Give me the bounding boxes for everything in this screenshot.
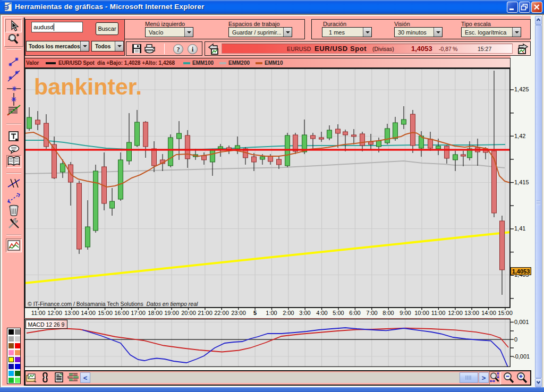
svg-text:bankinter.: bankinter.	[34, 74, 142, 99]
